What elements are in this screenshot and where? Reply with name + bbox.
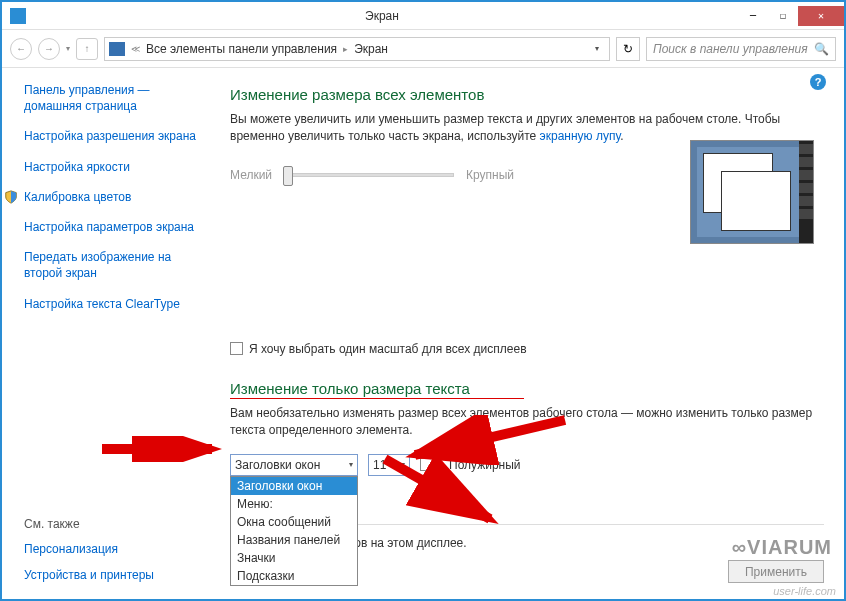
back-button[interactable]: ← (10, 38, 32, 60)
breadcrumb-parent[interactable]: Все элементы панели управления (146, 42, 337, 56)
dropdown-option[interactable]: Подсказки (231, 567, 357, 585)
chevron-right-icon: ▸ (343, 44, 348, 54)
font-size-value: 11 (373, 458, 386, 472)
window-title: Экран (26, 9, 738, 23)
annotation-underline (230, 398, 524, 399)
bold-checkbox[interactable] (420, 458, 433, 471)
address-bar[interactable]: ≪ Все элементы панели управления ▸ Экран… (104, 37, 610, 61)
forward-button[interactable]: → (38, 38, 60, 60)
toolbar: ← → ▾ ↑ ≪ Все элементы панели управления… (2, 30, 844, 68)
single-scale-checkbox-row: Я хочу выбрать один масштаб для всех дис… (230, 342, 824, 356)
text-size-controls: Заголовки окон ▾ 11 ▾ Полужирный Заголов… (230, 454, 824, 476)
maximize-button[interactable]: ☐ (768, 6, 798, 26)
slider-thumb[interactable] (283, 166, 293, 186)
apply-button[interactable]: Применить (728, 560, 824, 583)
search-placeholder: Поиск в панели управления (653, 42, 814, 56)
sidebar-item-resolution[interactable]: Настройка разрешения экрана (24, 128, 210, 144)
dropdown-option[interactable]: Меню: (231, 495, 357, 513)
breadcrumb-separator-icon: ≪ (131, 44, 140, 54)
minimize-button[interactable]: ─ (738, 6, 768, 26)
magnifier-link[interactable]: экранную лупу (540, 129, 621, 143)
sidebar-item-display-settings[interactable]: Настройка параметров экрана (24, 219, 210, 235)
sidebar-item-color-calibration[interactable]: Калибровка цветов (24, 189, 210, 205)
chevron-down-icon: ▾ (349, 460, 353, 469)
scale-slider[interactable] (284, 173, 454, 177)
breadcrumb-current[interactable]: Экран (354, 42, 388, 56)
chevron-down-icon: ▾ (401, 460, 405, 469)
see-also-devices[interactable]: Устройства и принтеры (24, 567, 154, 583)
bold-label: Полужирный (449, 458, 521, 472)
dropdown-option[interactable]: Названия панелей (231, 531, 357, 549)
up-button[interactable]: ↑ (76, 38, 98, 60)
shield-icon (4, 190, 18, 204)
close-button[interactable]: ✕ (798, 6, 844, 26)
sidebar-item-project[interactable]: Передать изображение на второй экран (24, 249, 210, 281)
sidebar-item-home[interactable]: Панель управления — домашняя страница (24, 82, 210, 114)
history-dropdown-icon[interactable]: ▾ (66, 44, 70, 53)
element-select-value: Заголовки окон (235, 458, 320, 472)
slider-max-label: Крупный (466, 168, 514, 182)
refresh-button[interactable]: ↻ (616, 37, 640, 61)
dropdown-option[interactable]: Заголовки окон (231, 477, 357, 495)
titlebar: Экран ─ ☐ ✕ (2, 2, 844, 30)
description-text-size: Вам необязательно изменять размер всех э… (230, 405, 824, 440)
heading-resize-all: Изменение размера всех элементов (230, 86, 824, 103)
element-dropdown: Заголовки окон Меню: Окна сообщений Назв… (230, 476, 358, 586)
see-also-header: См. также (24, 517, 154, 531)
search-input[interactable]: Поиск в панели управления 🔍 (646, 37, 836, 61)
slider-min-label: Мелкий (230, 168, 272, 182)
address-dropdown-icon[interactable]: ▾ (589, 44, 605, 53)
see-also-personalization[interactable]: Персонализация (24, 541, 154, 557)
font-size-select[interactable]: 11 ▾ (368, 454, 410, 476)
dropdown-option[interactable]: Значки (231, 549, 357, 567)
dropdown-option[interactable]: Окна сообщений (231, 513, 357, 531)
see-also-section: См. также Персонализация Устройства и пр… (24, 517, 154, 593)
search-icon: 🔍 (814, 42, 829, 56)
help-icon[interactable]: ? (810, 74, 826, 90)
computer-icon (109, 42, 125, 56)
app-icon (10, 8, 26, 24)
sidebar-item-brightness[interactable]: Настройка яркости (24, 159, 210, 175)
display-preview (690, 140, 814, 244)
heading-text-size: Изменение только размера текста (230, 380, 824, 397)
sidebar: Панель управления — домашняя страница На… (2, 68, 220, 599)
element-select[interactable]: Заголовки окон ▾ (230, 454, 358, 476)
sidebar-item-cleartype[interactable]: Настройка текста ClearType (24, 296, 210, 312)
single-scale-label: Я хочу выбрать один масштаб для всех дис… (249, 342, 527, 356)
window-frame: Экран ─ ☐ ✕ ← → ▾ ↑ ≪ Все элементы панел… (0, 0, 846, 601)
main-content: ? Изменение размера всех элементов Вы мо… (220, 68, 844, 599)
single-scale-checkbox[interactable] (230, 342, 243, 355)
